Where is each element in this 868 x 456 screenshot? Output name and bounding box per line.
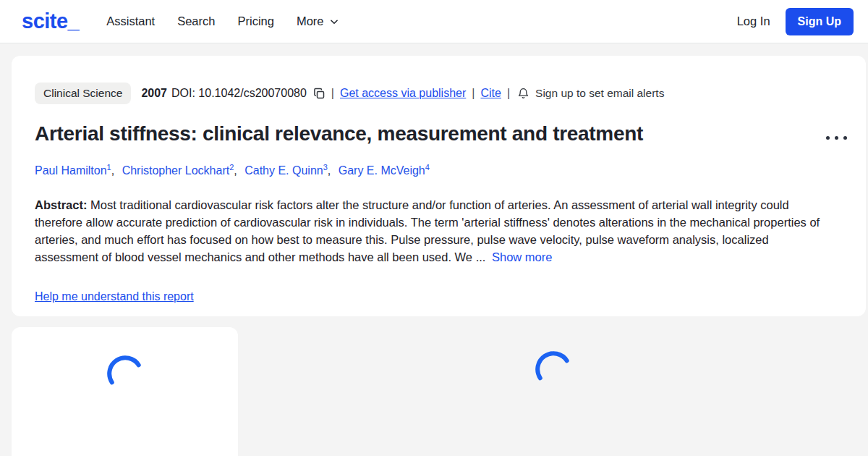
email-alerts-button[interactable]: Sign up to set email alerts [517,87,664,100]
journal-badge[interactable]: Clinical Science [35,83,131,104]
login-link[interactable]: Log In [737,14,770,28]
author-link[interactable]: Paul Hamilton1 [35,164,111,177]
paper-card: Clinical Science 2007 DOI: 10.1042/cs200… [12,56,866,316]
paper-title: Arterial stiffness: clinical relevance, … [35,122,825,146]
nav-item-more[interactable]: More [297,14,339,28]
doi-label: DOI: 10.1042/cs20070080 [171,87,307,100]
get-access-link[interactable]: Get access via publisher [340,87,466,100]
loading-spinner [105,353,145,394]
author-link[interactable]: Cathy E. Quinn3 [244,164,328,177]
report-loading-section [0,327,868,456]
abstract-text: Most traditional cardiovascular risk fac… [35,198,820,263]
primary-nav: Assistant Search Pricing More [106,14,339,28]
author-affiliation: 3 [323,163,328,172]
chevron-down-icon [329,17,339,27]
abstract-label: Abstract: [35,198,87,211]
copy-doi-button[interactable] [313,88,326,100]
paper-meta-row: Clinical Science 2007 DOI: 10.1042/cs200… [35,83,825,104]
meta-divider: | [472,87,475,100]
nav-item-pricing[interactable]: Pricing [237,14,273,28]
author-separator: , [111,164,114,177]
more-options-icon [835,136,838,140]
brand-logo[interactable]: scite_ [22,9,79,33]
email-alerts-label: Sign up to set email alerts [535,87,664,100]
abstract: Abstract: Most traditional cardiovascula… [35,196,827,266]
loading-spinner [533,349,574,389]
nav-item-assistant[interactable]: Assistant [106,14,155,28]
author-link[interactable]: Gary E. McVeigh4 [339,164,430,177]
signup-button[interactable]: Sign Up [786,8,854,35]
loading-card [12,327,238,456]
help-understand-link[interactable]: Help me understand this report [35,290,194,303]
top-nav: scite_ Assistant Search Pricing More Log… [0,0,868,43]
meta-divider: | [507,87,510,100]
more-options-icon [843,136,847,140]
bell-icon [517,87,529,100]
author-affiliation: 4 [425,163,430,172]
cite-link[interactable]: Cite [480,87,501,100]
author-link[interactable]: Christopher Lockhart2 [122,164,234,177]
nav-item-search[interactable]: Search [177,14,215,28]
meta-divider: | [331,87,334,100]
more-options-button[interactable] [822,132,851,144]
nav-item-more-label: More [297,14,324,28]
show-more-link[interactable]: Show more [492,250,552,263]
loading-area [238,327,868,389]
author-affiliation: 1 [107,163,111,172]
nav-right: Log In Sign Up [737,8,854,35]
publication-year: 2007 [141,87,167,100]
author-separator: , [234,164,237,177]
author-separator: , [328,164,331,177]
author-list: Paul Hamilton1, Christopher Lockhart2, C… [35,159,825,179]
more-options-icon [826,136,830,140]
copy-icon [313,88,326,100]
